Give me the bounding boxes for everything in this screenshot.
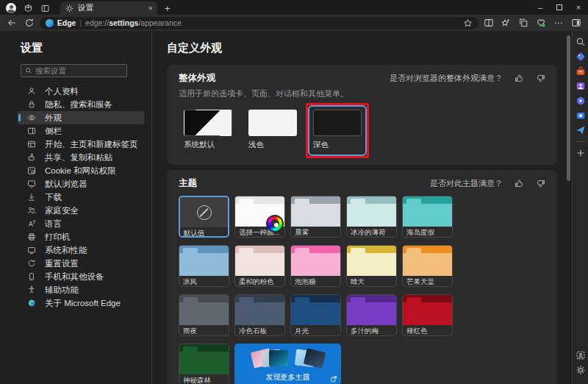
- sidebar-item-start-home[interactable]: 开始、主页和新建标签页: [18, 138, 144, 151]
- sidebar-item-default-browser[interactable]: 默认浏览器: [18, 177, 144, 191]
- browser-tab-settings[interactable]: 设置 ×: [60, 1, 157, 15]
- sidebar-item-printer[interactable]: 打印机: [18, 230, 144, 243]
- sidebar-item-label: 侧栏: [45, 126, 62, 137]
- image-creator-icon[interactable]: [576, 110, 586, 121]
- browser-essentials-icon[interactable]: [534, 18, 548, 28]
- thumbs-down-icon[interactable]: [536, 74, 545, 83]
- theme-card-11[interactable]: 冷色石板: [234, 294, 285, 336]
- theme-card-6[interactable]: 柔和的粉色: [234, 245, 285, 287]
- theme-card-2[interactable]: 晨雾: [290, 196, 341, 238]
- sidebar-item-phone[interactable]: 手机和其他设备: [18, 270, 144, 283]
- sidebar-item-label: 下载: [45, 192, 62, 203]
- sidebar-item-label: 隐私、搜索和服务: [45, 99, 112, 110]
- favorite-star-icon[interactable]: [463, 18, 473, 28]
- theme-label: 柔和的粉色: [235, 276, 284, 287]
- address-bar[interactable]: Edge | edge://settings/appearance: [40, 17, 478, 29]
- sidebar-item-share[interactable]: 共享、复制和粘贴: [18, 151, 144, 164]
- theme-card-15[interactable]: 神秘森林: [179, 344, 229, 384]
- sidebar-item-accessibility[interactable]: 辅助功能: [18, 283, 144, 296]
- overall-option-dark[interactable]: 深色: [308, 105, 367, 156]
- color-picker-wheel-icon: [266, 215, 284, 232]
- drop-icon[interactable]: [576, 125, 586, 135]
- theme-label: 晴天: [347, 276, 396, 287]
- toolbox-icon[interactable]: [576, 66, 586, 77]
- sidebar-item-performance[interactable]: 系统和性能: [18, 243, 144, 257]
- thumbs-up-icon[interactable]: [514, 179, 524, 188]
- overall-option-light[interactable]: 浅色: [243, 105, 302, 156]
- back-button[interactable]: [4, 18, 19, 28]
- discover-more-themes-card[interactable]: 发现更多主题: [234, 344, 341, 384]
- sidebar-item-cookies[interactable]: Cookie 和网站权限: [18, 164, 144, 177]
- privacy-icon: [27, 100, 36, 109]
- overall-appearance-section: 整体外观 是否对浏览器的整体外观满意？ 适用于新的选项卡、页面、对话框和其他菜单…: [167, 65, 557, 165]
- workspaces-icon[interactable]: [24, 4, 33, 13]
- settings-search[interactable]: [21, 64, 127, 77]
- video-icon[interactable]: [576, 96, 586, 106]
- theme-card-picker[interactable]: 选择一种颜...: [234, 196, 285, 238]
- theme-card-9[interactable]: 芒果天堂: [402, 245, 453, 287]
- theme-label: 雨夜: [179, 325, 229, 336]
- window-close-button[interactable]: ×: [569, 0, 588, 15]
- theme-card-10[interactable]: 雨夜: [179, 294, 229, 336]
- theme-card-3[interactable]: 冰冷的薄荷: [346, 196, 397, 238]
- sidebar-item-privacy[interactable]: 隐私、搜索和服务: [18, 98, 144, 111]
- theme-label: 晨雾: [291, 227, 340, 238]
- window-minimize-button[interactable]: –: [531, 0, 550, 15]
- more-menu-icon[interactable]: [551, 18, 566, 28]
- screenshot-icon[interactable]: [576, 350, 586, 360]
- sidebar-item-languages[interactable]: 语言: [18, 217, 144, 230]
- search-input[interactable]: [35, 66, 116, 75]
- edge-badge-label: Edge: [57, 18, 76, 27]
- sidebar-item-profile[interactable]: 个人资料: [18, 85, 144, 98]
- theme-card-7[interactable]: 泡泡糖: [290, 245, 341, 287]
- sidebar-item-label: 家庭安全: [45, 205, 79, 216]
- settings-nav: 设置 个人资料隐私、搜索和服务外观侧栏开始、主页和新建标签页共享、复制和粘贴Co…: [0, 31, 152, 384]
- sidebar-item-family[interactable]: 家庭安全: [18, 204, 144, 217]
- sidebar-item-edge-logo[interactable]: 关于 Microsoft Edge: [18, 296, 144, 310]
- settings-gear-icon[interactable]: [576, 365, 586, 375]
- themes-section: 主题 是否对此主题满意？ 默认值选择一种颜...晨雾冰冷的薄荷海岛度假凉风柔和的…: [167, 170, 557, 384]
- thumbs-up-icon[interactable]: [514, 74, 524, 83]
- theme-card-12[interactable]: 月光: [290, 294, 341, 336]
- cookies-icon: [27, 166, 36, 175]
- sidebar-item-label: 开始、主页和新建标签页: [45, 139, 138, 150]
- themes-feedback-question: 是否对此主题满意？: [430, 178, 503, 189]
- scrollbar-thumb[interactable]: [567, 35, 570, 181]
- theme-card-13[interactable]: 多汁的梅: [346, 294, 397, 336]
- theme-card-8[interactable]: 晴天: [346, 245, 397, 287]
- tab-actions-icon[interactable]: [40, 4, 50, 13]
- external-link-icon: [330, 375, 337, 383]
- games-icon[interactable]: [576, 81, 586, 91]
- profile-avatar[interactable]: [6, 3, 16, 13]
- sidebar-item-reset[interactable]: 重置设置: [18, 257, 144, 270]
- refresh-button[interactable]: [22, 18, 37, 28]
- overall-feedback-question: 是否对浏览器的整体外观满意？: [390, 73, 503, 84]
- theme-card-4[interactable]: 海岛度假: [402, 196, 453, 238]
- collections-icon[interactable]: [516, 18, 531, 28]
- new-tab-button[interactable]: +: [165, 4, 171, 13]
- tab-close-icon[interactable]: ×: [148, 4, 153, 13]
- phone-icon: [27, 272, 36, 281]
- copilot-sidebar-icon[interactable]: [569, 18, 584, 28]
- theme-label: 月光: [291, 325, 340, 336]
- overall-option-split[interactable]: 系统默认: [179, 105, 237, 156]
- theme-label: 冷色石板: [235, 325, 284, 336]
- add-to-sidebar-icon[interactable]: [576, 148, 586, 158]
- theme-card-14[interactable]: 辣红色: [402, 294, 453, 336]
- theme-card-default[interactable]: 默认值: [179, 196, 229, 238]
- theme-card-5[interactable]: 凉风: [179, 245, 229, 287]
- browser-toolbar: Edge | edge://settings/appearance: [0, 15, 588, 31]
- window-maximize-button[interactable]: [550, 0, 569, 15]
- split-screen-icon[interactable]: [481, 18, 496, 28]
- sidebar-item-label: 辅助功能: [45, 285, 79, 296]
- sidebar-item-sidebar-panel[interactable]: 侧栏: [18, 124, 144, 138]
- thumbs-down-icon[interactable]: [536, 179, 545, 188]
- search-icon: [25, 67, 32, 74]
- theme-label: 神秘森林: [179, 374, 229, 384]
- sidebar-item-appearance[interactable]: 外观: [18, 111, 144, 124]
- shopping-icon[interactable]: [576, 51, 586, 62]
- rail-search-icon[interactable]: [576, 37, 586, 47]
- sidebar-item-downloads[interactable]: 下载: [18, 191, 144, 204]
- theme-preview-collage: [234, 347, 341, 371]
- favorites-icon[interactable]: [499, 18, 514, 28]
